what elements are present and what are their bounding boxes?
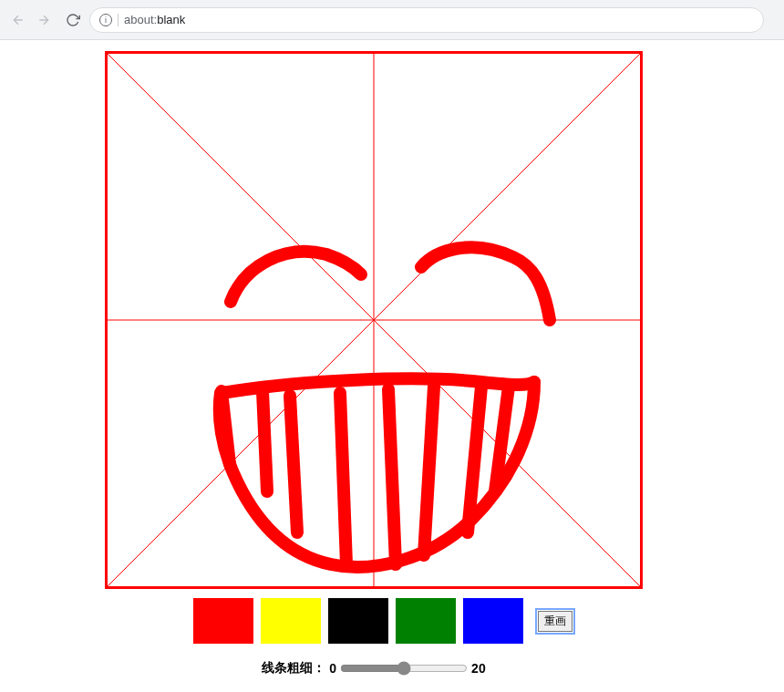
stroke-width-control: 线条粗细： 0 20 — [262, 660, 485, 677]
forward-button[interactable] — [35, 11, 53, 29]
url-page: blank — [157, 13, 185, 26]
color-swatch-green[interactable] — [396, 598, 456, 644]
browser-toolbar: i about:blank — [0, 0, 784, 40]
page-content: 重画 线条粗细： 0 20 — [0, 40, 784, 677]
color-swatch-red[interactable] — [193, 598, 253, 644]
arrow-left-icon — [11, 13, 26, 27]
back-button[interactable] — [9, 11, 27, 29]
omnibox-separator — [118, 14, 119, 26]
color-swatch-yellow[interactable] — [261, 598, 321, 644]
stroke-width-label: 线条粗细： — [262, 660, 325, 677]
drawing-canvas[interactable] — [105, 51, 643, 589]
reload-button[interactable] — [64, 11, 82, 29]
arrow-right-icon — [36, 13, 51, 27]
color-swatch-black[interactable] — [328, 598, 388, 644]
canvas-svg — [108, 54, 640, 586]
color-palette: 重画 — [193, 598, 573, 644]
stroke-width-max: 20 — [471, 661, 486, 676]
url-scheme: about: — [124, 13, 157, 26]
reset-button[interactable]: 重画 — [538, 611, 573, 632]
info-icon: i — [99, 14, 112, 26]
address-bar[interactable]: i about:blank — [89, 7, 764, 33]
stroke-width-min: 0 — [329, 661, 336, 676]
reload-icon — [66, 13, 80, 27]
stroke-width-slider[interactable] — [340, 661, 468, 676]
color-swatch-blue[interactable] — [463, 598, 523, 644]
